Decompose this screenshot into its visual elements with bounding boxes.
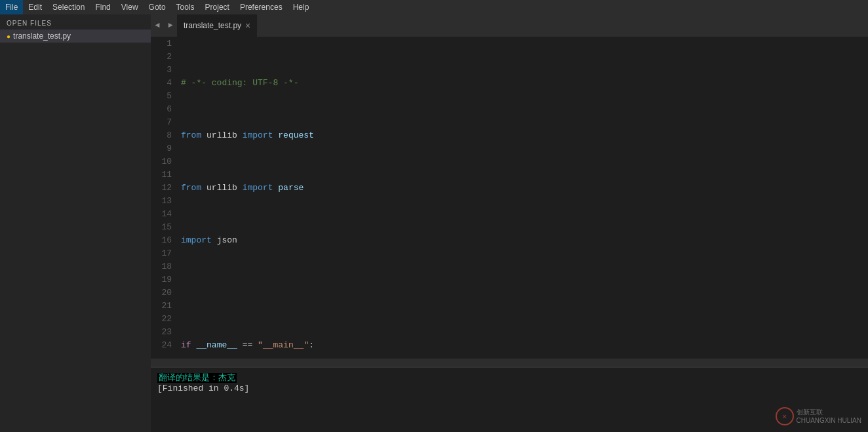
sidebar: OPEN FILES ● translate_test.py <box>0 14 151 432</box>
tab-close-button[interactable]: × <box>245 20 250 31</box>
sidebar-file-item[interactable]: ● translate_test.py <box>0 29 151 43</box>
terminal-output-panel: 翻译的结果是：杰克 [Finished in 0.4s] <box>151 366 868 432</box>
file-modified-dot: ● <box>7 33 10 40</box>
menu-file[interactable]: File <box>0 0 23 14</box>
menu-preferences[interactable]: Preferences <box>235 0 288 14</box>
terminal-finished: [Finished in 0.4s] <box>157 383 249 393</box>
tab-nav-left[interactable]: ◄ <box>151 14 164 37</box>
sidebar-header: OPEN FILES <box>0 14 151 29</box>
tab-nav-right[interactable]: ► <box>164 14 177 37</box>
watermark-icon: ✕ <box>776 407 794 425</box>
tab-translate-test[interactable]: translate_test.py × <box>177 14 258 37</box>
code-line-3: from urllib import parse <box>178 182 868 195</box>
terminal-result: 翻译的结果是：杰克 <box>157 373 237 383</box>
menu-help[interactable]: Help <box>288 0 315 14</box>
tab-bar: ◄ ► translate_test.py × <box>151 14 868 37</box>
menu-tools[interactable]: Tools <box>171 0 200 14</box>
menu-bar: File Edit Selection Find View Goto Tools… <box>0 0 868 14</box>
menu-edit[interactable]: Edit <box>23 0 47 14</box>
sidebar-filename: translate_test.py <box>13 31 71 41</box>
menu-selection[interactable]: Selection <box>47 0 90 14</box>
main-layout: OPEN FILES ● translate_test.py ◄ ► trans… <box>0 14 868 432</box>
menu-goto[interactable]: Goto <box>144 0 171 14</box>
menu-view[interactable]: View <box>116 0 144 14</box>
bottom-scrollbar[interactable] <box>151 359 868 366</box>
watermark: ✕ 创新互联 CHUANGXIN HULIAN <box>776 407 861 425</box>
editor-area: ◄ ► translate_test.py × 1 2 3 4 5 6 7 8 … <box>151 14 868 432</box>
menu-project[interactable]: Project <box>200 0 235 14</box>
terminal-line-2: [Finished in 0.4s] <box>157 383 861 393</box>
terminal-line-1: 翻译的结果是：杰克 <box>157 372 861 383</box>
watermark-text: 创新互联 CHUANGXIN HULIAN <box>797 408 861 425</box>
code-line-1: # -*- coding: UTF-8 -*- <box>178 77 868 90</box>
code-line-4: import json <box>178 234 868 247</box>
menu-find[interactable]: Find <box>90 0 115 14</box>
code-line-6: if __name__ == "__main__": <box>178 339 868 352</box>
tab-filename: translate_test.py <box>184 21 241 30</box>
line-numbers: 1 2 3 4 5 6 7 8 9 10 11 12 13 14 15 16 1… <box>151 37 178 359</box>
code-line-2: from urllib import request <box>178 129 868 142</box>
code-editor[interactable]: 1 2 3 4 5 6 7 8 9 10 11 12 13 14 15 16 1… <box>151 37 868 359</box>
code-line-5 <box>178 286 868 300</box>
code-content[interactable]: # -*- coding: UTF-8 -*- from urllib impo… <box>178 37 868 359</box>
